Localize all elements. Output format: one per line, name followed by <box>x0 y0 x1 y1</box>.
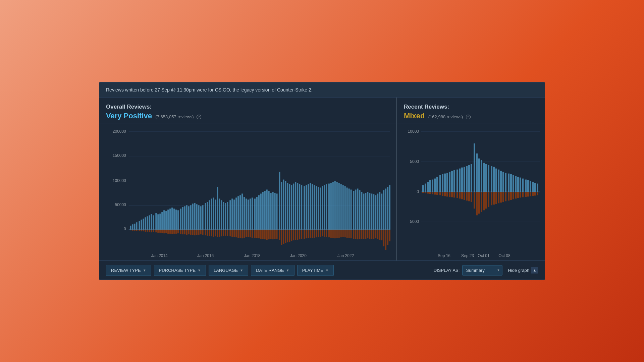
svg-rect-148 <box>153 230 154 232</box>
svg-rect-102 <box>320 188 321 230</box>
svg-rect-298 <box>474 143 475 192</box>
svg-text:0: 0 <box>124 227 126 231</box>
svg-rect-304 <box>488 165 489 192</box>
svg-rect-226 <box>314 230 315 238</box>
svg-rect-83 <box>281 182 282 230</box>
svg-rect-311 <box>505 173 506 192</box>
svg-rect-79 <box>272 192 274 230</box>
svg-rect-363 <box>515 192 517 199</box>
purchase-type-button[interactable]: PURCHASE TYPE ▼ <box>154 265 206 276</box>
svg-rect-130 <box>377 194 378 230</box>
svg-rect-133 <box>383 190 384 230</box>
notice-bar: Reviews written before 27 Sep @ 11:30pm … <box>99 82 545 98</box>
svg-rect-207 <box>274 230 276 239</box>
svg-rect-286 <box>444 174 446 192</box>
svg-rect-120 <box>357 189 358 230</box>
svg-rect-94 <box>304 186 305 230</box>
svg-rect-344 <box>468 192 470 201</box>
svg-rect-337 <box>451 192 453 197</box>
svg-rect-216 <box>293 230 294 240</box>
svg-rect-259 <box>381 230 382 240</box>
svg-rect-206 <box>272 230 274 239</box>
svg-rect-60 <box>233 199 235 230</box>
language-button[interactable]: LANGUAGE ▼ <box>209 265 248 276</box>
svg-text:Jan 2014: Jan 2014 <box>151 253 168 258</box>
svg-rect-86 <box>287 183 288 230</box>
svg-rect-364 <box>517 192 519 198</box>
svg-rect-85 <box>285 181 286 230</box>
svg-rect-200 <box>260 230 262 239</box>
svg-rect-308 <box>498 170 499 192</box>
svg-rect-132 <box>381 194 382 230</box>
overall-help-icon[interactable]: ? <box>197 115 201 119</box>
svg-text:Oct 08: Oct 08 <box>498 253 511 258</box>
svg-rect-256 <box>375 230 376 238</box>
playtime-button[interactable]: PLAYTIME ▼ <box>297 265 334 276</box>
display-as-select[interactable]: Summary Recent All time <box>462 265 502 276</box>
date-range-arrow-icon: ▼ <box>286 268 289 272</box>
recent-chart: 10000 5000 0 5000 <box>397 123 545 260</box>
svg-rect-185 <box>229 230 231 236</box>
svg-rect-91 <box>297 183 298 230</box>
svg-rect-103 <box>322 186 323 230</box>
svg-rect-317 <box>520 178 521 192</box>
svg-rect-289 <box>451 171 453 192</box>
svg-rect-215 <box>291 230 292 241</box>
svg-rect-59 <box>231 198 233 230</box>
svg-rect-333 <box>442 192 443 196</box>
review-type-button[interactable]: REVIEW TYPE ▼ <box>106 265 151 276</box>
purchase-type-arrow-icon: ▼ <box>198 268 201 272</box>
svg-rect-121 <box>359 190 360 230</box>
purchase-type-label: PURCHASE TYPE <box>159 268 196 273</box>
svg-rect-372 <box>537 192 538 195</box>
svg-rect-33 <box>177 210 179 230</box>
svg-rect-343 <box>466 192 468 201</box>
svg-rect-291 <box>457 170 458 192</box>
date-range-button[interactable]: DATE RANGE ▼ <box>251 265 294 276</box>
svg-rect-125 <box>367 192 368 230</box>
svg-rect-49 <box>211 198 212 230</box>
svg-rect-110 <box>336 182 338 230</box>
svg-rect-178 <box>215 230 216 236</box>
svg-rect-182 <box>223 230 224 236</box>
svg-rect-146 <box>149 230 150 232</box>
recent-help-icon[interactable]: ? <box>466 115 471 119</box>
svg-rect-204 <box>268 230 270 239</box>
svg-rect-175 <box>209 230 210 236</box>
svg-text:5000: 5000 <box>410 159 419 164</box>
display-as-wrapper: Summary Recent All time <box>462 265 502 276</box>
overall-rating: Very Positive <box>106 112 152 120</box>
svg-rect-350 <box>483 192 485 210</box>
svg-rect-244 <box>351 230 352 238</box>
svg-rect-221 <box>304 230 305 239</box>
svg-rect-235 <box>332 230 334 238</box>
svg-rect-18 <box>147 216 148 230</box>
svg-rect-32 <box>175 209 177 230</box>
svg-rect-199 <box>258 230 260 238</box>
svg-rect-11 <box>132 224 133 230</box>
svg-rect-141 <box>139 230 140 231</box>
svg-rect-326 <box>425 192 426 193</box>
svg-rect-329 <box>432 192 433 194</box>
svg-rect-21 <box>153 215 154 230</box>
svg-rect-202 <box>264 230 266 239</box>
svg-rect-208 <box>276 230 278 239</box>
svg-rect-293 <box>461 168 463 192</box>
svg-rect-87 <box>289 184 290 230</box>
svg-rect-354 <box>493 192 495 205</box>
svg-rect-180 <box>219 230 220 237</box>
svg-rect-260 <box>383 230 384 246</box>
svg-rect-109 <box>334 181 336 230</box>
svg-rect-228 <box>318 230 319 237</box>
svg-rect-44 <box>200 206 202 230</box>
svg-rect-140 <box>136 230 138 231</box>
svg-rect-126 <box>369 193 370 230</box>
overall-chart-svg: 200000 150000 100000 50000 0 <box>103 127 393 260</box>
svg-rect-255 <box>373 230 374 239</box>
svg-rect-62 <box>237 196 239 230</box>
svg-rect-229 <box>320 230 321 237</box>
svg-rect-54 <box>221 200 222 230</box>
hide-graph-button[interactable]: Hide graph ▲ <box>508 267 538 274</box>
playtime-label: PLAYTIME <box>302 268 323 273</box>
svg-rect-321 <box>530 181 531 192</box>
